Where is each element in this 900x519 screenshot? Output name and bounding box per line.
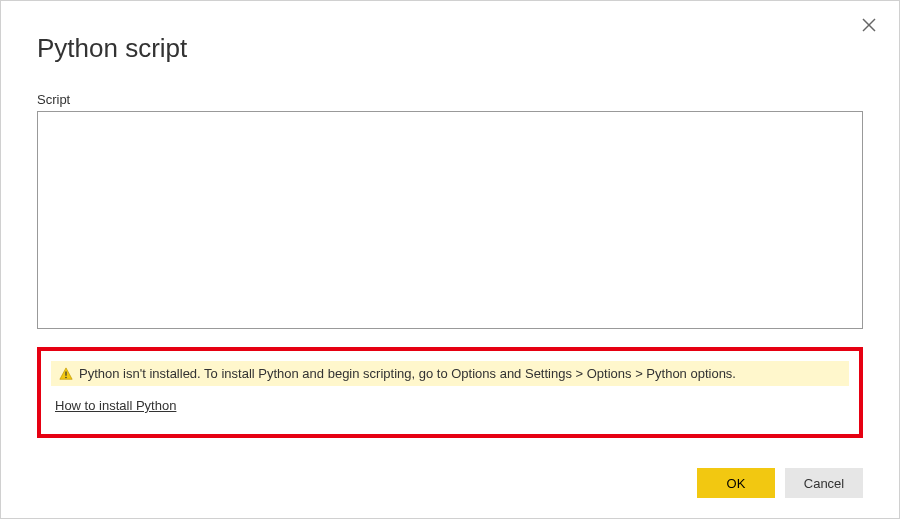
close-icon xyxy=(862,18,876,32)
python-script-dialog: Python script Script Python isn't instal… xyxy=(1,1,899,518)
dialog-buttons: OK Cancel xyxy=(697,468,863,498)
ok-button[interactable]: OK xyxy=(697,468,775,498)
warning-icon xyxy=(59,367,73,381)
close-button[interactable] xyxy=(857,13,881,37)
svg-point-3 xyxy=(65,376,67,378)
install-python-link[interactable]: How to install Python xyxy=(55,398,176,413)
warning-message: Python isn't installed. To install Pytho… xyxy=(79,366,736,381)
cancel-button[interactable]: Cancel xyxy=(785,468,863,498)
script-input[interactable] xyxy=(37,111,863,329)
warning-highlight-box: Python isn't installed. To install Pytho… xyxy=(37,347,863,438)
dialog-title: Python script xyxy=(37,33,863,64)
script-label: Script xyxy=(37,92,863,107)
warning-bar: Python isn't installed. To install Pytho… xyxy=(51,361,849,386)
